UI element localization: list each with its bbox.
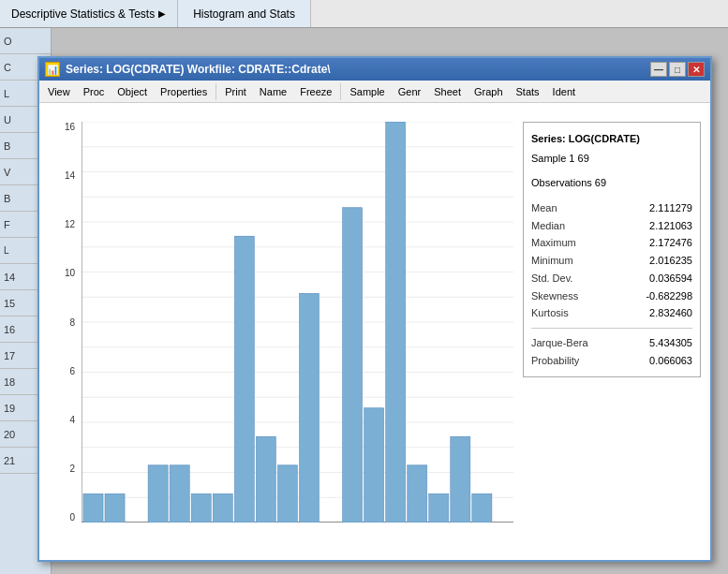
stats-jb-value: 5.434305 [649,334,692,352]
stats-stddev-row: Std. Dev. 0.036594 [531,270,692,287]
top-menu-bar: Descriptive Statistics & Tests ▶ Histogr… [0,0,728,28]
y-label-14: 14 [65,170,75,181]
stats-sample-label: Sample 1 69 [531,150,692,168]
bar-7 [213,493,232,522]
stats-jb-row: Jarque-Bera 5.434305 [531,334,692,352]
toolbar-sample[interactable]: Sample [343,82,391,101]
stats-maximum-row: Maximum 2.172476 [531,234,692,252]
y-label-8: 8 [69,317,75,328]
y-label-4: 4 [69,415,75,425]
toolbar-freeze[interactable]: Freeze [293,82,338,101]
toolbar-stats[interactable]: Stats [510,82,546,101]
stats-divider [531,328,692,329]
stats-stddev-value: 0.036594 [649,270,692,287]
bar-9 [256,436,275,522]
toolbar-properties[interactable]: Properties [154,82,214,101]
stats-minimum-row: Minimum 2.016235 [531,252,692,270]
bar-13 [343,208,363,522]
stats-jb-label: Jarque-Bera [531,334,588,352]
menu-arrow-icon: ▶ [158,8,166,19]
toolbar-print[interactable]: Print [218,82,253,101]
bar-10 [277,465,297,522]
stats-series-label: Series: LOG(CDRATE) [531,130,692,148]
stats-skewness-row: Skewness -0.682298 [531,287,692,305]
menu-histogram-stats[interactable]: Histogram and Stats [178,0,311,27]
menu-histogram-label: Histogram and Stats [193,7,295,21]
toolbar-view[interactable]: View [41,82,77,101]
toolbar-name[interactable]: Name [253,82,293,101]
maximize-button[interactable]: □ [669,62,686,77]
window-title: Series: LOG(CDRATE) Workfile: CDRATE::Cd… [66,63,331,76]
toolbar-sep1 [215,83,216,100]
menu-descriptive-stats-label: Descriptive Statistics & Tests [11,7,155,21]
window-titlebar: 📊 Series: LOG(CDRATE) Workfile: CDRATE::… [39,58,710,81]
titlebar-left: 📊 Series: LOG(CDRATE) Workfile: CDRATE::… [45,62,331,77]
stats-kurtosis-row: Kurtosis 2.832460 [531,304,692,322]
y-axis-labels: 16 14 12 10 8 6 4 2 0 [39,122,79,522]
stats-maximum-value: 2.172476 [649,234,692,252]
stats-prob-label: Probability [531,352,579,370]
y-label-0: 0 [69,512,75,522]
bar-1 [83,493,103,522]
bar-14 [364,408,384,522]
stats-prob-value: 0.066063 [649,352,692,370]
toolbar-proc[interactable]: Proc [77,82,111,101]
bar-2 [105,493,125,522]
stats-skewness-value: -0.682298 [646,287,692,305]
bar-8 [234,236,254,522]
stats-kurtosis-label: Kurtosis [531,304,569,322]
toolbar-ident[interactable]: Ident [546,82,582,101]
toolbar-sep2 [340,83,341,100]
series-window: 📊 Series: LOG(CDRATE) Workfile: CDRATE::… [37,56,712,562]
bar-15 [386,122,406,522]
stats-maximum-label: Maximum [531,234,576,252]
bar-16 [408,465,427,522]
toolbar-graph[interactable]: Graph [468,82,510,101]
bar-11 [299,293,319,522]
stats-median-label: Median [531,217,565,235]
chart-main: 16 14 12 10 8 6 4 2 0 [39,112,523,560]
bar-19 [472,493,492,522]
stats-minimum-label: Minimum [531,252,573,270]
stats-mean-row: Mean 2.111279 [531,199,692,217]
histogram-svg: 2.02 2.04 2.06 2.08 2.10 2.12 2.14 2.16 … [82,122,513,522]
stats-prob-row: Probability 0.066063 [531,352,692,370]
bar-5 [170,465,189,522]
chart-area: 16 14 12 10 8 6 4 2 0 [39,103,710,560]
stats-stddev-label: Std. Dev. [531,270,572,287]
window-toolbar: View Proc Object Properties Print Name F… [39,81,710,103]
stats-kurtosis-value: 2.832460 [649,304,692,322]
stats-mean-value: 2.111279 [649,199,692,217]
toolbar-genr[interactable]: Genr [392,82,427,101]
stats-skewness-label: Skewness [531,287,578,305]
stats-median-row: Median 2.121063 [531,217,692,235]
stats-median-value: 2.121063 [649,217,692,235]
minimize-button[interactable]: — [650,62,667,77]
menu-descriptive-stats[interactable]: Descriptive Statistics & Tests ▶ [0,0,178,27]
toolbar-sheet[interactable]: Sheet [427,82,468,101]
bar-4 [148,465,168,522]
bar-17 [429,493,449,522]
plot-area: 2.02 2.04 2.06 2.08 2.10 2.12 2.14 2.16 … [82,122,513,522]
sidebar-row-o: O [0,28,51,54]
y-label-16: 16 [65,122,75,132]
y-label-12: 12 [65,219,75,229]
y-label-6: 6 [69,366,75,376]
stats-mean-label: Mean [531,199,557,217]
bar-6 [191,493,211,522]
stats-obs-label: Observations 69 [531,174,692,192]
titlebar-controls: — □ ✕ [650,62,705,77]
y-label-2: 2 [69,464,75,474]
bar-18 [451,436,470,522]
stats-minimum-value: 2.016235 [649,252,692,270]
toolbar-object[interactable]: Object [111,82,154,101]
series-icon: 📊 [45,62,60,77]
stats-panel: Series: LOG(CDRATE) Sample 1 69 Observat… [523,122,701,377]
y-label-10: 10 [65,268,75,278]
close-button[interactable]: ✕ [688,62,705,77]
